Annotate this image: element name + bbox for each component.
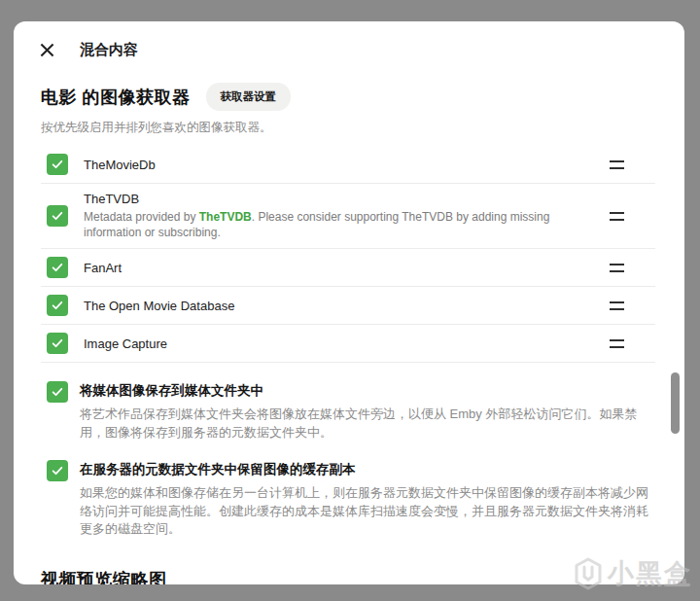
close-icon[interactable] bbox=[39, 43, 54, 58]
drag-handle-icon[interactable] bbox=[610, 339, 624, 348]
checkbox-checked-icon[interactable] bbox=[47, 205, 68, 227]
fetcher-row-omdb: The Open Movie Database bbox=[41, 287, 655, 325]
fetcher-section-heading: 电影 的图像获取器 bbox=[41, 86, 191, 109]
fetcher-list: TheMovieDb TheTVDB Metadata provided by … bbox=[41, 146, 655, 363]
thetvdb-link[interactable]: TheTVDB bbox=[199, 210, 252, 224]
thumbnails-section-heading: 视频预览缩略图 bbox=[41, 568, 655, 584]
checkbox-checked-icon[interactable] bbox=[47, 257, 68, 278]
dialog-body: 电影 的图像获取器 获取器设置 按优先级启用并排列您喜欢的图像获取器。 TheM… bbox=[14, 83, 684, 584]
checkbox-checked-icon[interactable] bbox=[47, 460, 68, 481]
drag-handle-icon[interactable] bbox=[610, 160, 624, 169]
checkbox-checked-icon[interactable] bbox=[47, 381, 68, 403]
checkbox-checked-icon[interactable] bbox=[47, 333, 68, 354]
option-label: 在服务器的元数据文件夹中保留图像的缓存副本 bbox=[80, 459, 655, 480]
fetcher-label: TheMovieDb bbox=[84, 158, 598, 172]
fetcher-label: The Open Movie Database bbox=[84, 299, 598, 313]
dialog-title: 混合内容 bbox=[80, 41, 138, 59]
option-save-images-in-media-folders: 将媒体图像保存到媒体文件夹中 将艺术作品保存到媒体文件夹会将图像放在媒体文件旁边… bbox=[41, 380, 655, 442]
fetcher-description: Metadata provided by TheTVDB. Please con… bbox=[84, 209, 598, 240]
checkbox-checked-icon[interactable] bbox=[47, 295, 68, 316]
mixed-content-dialog: 混合内容 电影 的图像获取器 获取器设置 按优先级启用并排列您喜欢的图像获取器。… bbox=[14, 21, 684, 584]
fetcher-section-header: 电影 的图像获取器 获取器设置 bbox=[41, 83, 655, 111]
fetcher-label: FanArt bbox=[84, 261, 598, 275]
option-cache-images-in-metadata: 在服务器的元数据文件夹中保留图像的缓存副本 如果您的媒体和图像存储在另一台计算机… bbox=[41, 459, 655, 538]
checkbox-checked-icon[interactable] bbox=[47, 154, 68, 175]
scrollbar-thumb[interactable] bbox=[671, 372, 680, 434]
fetcher-row-fanart: FanArt bbox=[41, 249, 655, 287]
fetcher-row-image-capture: Image Capture bbox=[41, 325, 655, 363]
dialog-header: 混合内容 bbox=[14, 21, 684, 59]
fetcher-row-thetvdb: TheTVDB Metadata provided by TheTVDB. Pl… bbox=[41, 184, 655, 249]
fetcher-settings-button[interactable]: 获取器设置 bbox=[206, 83, 292, 111]
drag-handle-icon[interactable] bbox=[610, 212, 624, 221]
fetcher-section-subtitle: 按优先级启用并排列您喜欢的图像获取器。 bbox=[41, 120, 655, 136]
option-label: 将媒体图像保存到媒体文件夹中 bbox=[80, 380, 655, 402]
drag-handle-icon[interactable] bbox=[610, 264, 624, 272]
drag-handle-icon[interactable] bbox=[610, 301, 624, 310]
fetcher-label: TheTVDB bbox=[84, 192, 598, 206]
option-description: 如果您的媒体和图像存储在另一台计算机上，则在服务器元数据文件夹中保留图像的缓存副… bbox=[80, 484, 655, 538]
fetcher-row-themoviedb: TheMovieDb bbox=[41, 146, 655, 184]
fetcher-label: Image Capture bbox=[84, 336, 598, 351]
option-description: 将艺术作品保存到媒体文件夹会将图像放在媒体文件旁边，以便从 Emby 外部轻松访… bbox=[80, 406, 655, 442]
